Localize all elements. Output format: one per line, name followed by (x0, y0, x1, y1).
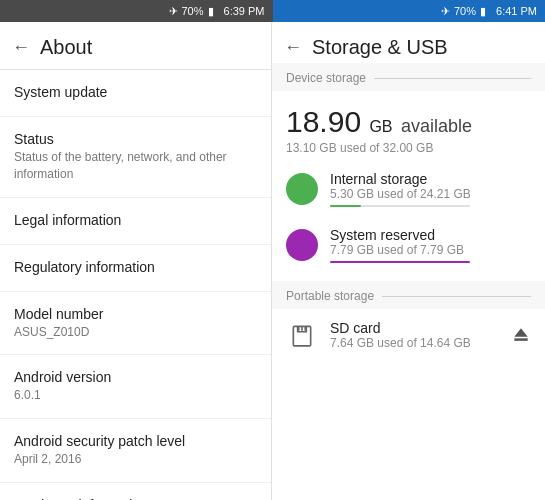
internal-storage-bar (330, 205, 470, 207)
storage-title: Storage & USB (312, 36, 448, 59)
sd-card-item[interactable]: SD card 7.64 GB used of 14.64 GB (272, 309, 545, 361)
time-left: 6:39 PM (224, 5, 265, 17)
storage-header: ← Storage & USB (272, 22, 545, 63)
about-panel: ← About System update Status Status of t… (0, 22, 272, 500)
svg-marker-4 (514, 328, 527, 336)
system-reserved-info: System reserved 7.79 GB used of 7.79 GB (330, 227, 470, 263)
right-status-bar: ✈ 70% ▮ 6:41 PM (273, 0, 546, 22)
menu-item-model-number[interactable]: Model number ASUS_Z010D (0, 292, 271, 356)
sd-card-icon (286, 319, 318, 351)
internal-storage-bar-fill (330, 205, 361, 207)
storage-available-block: 18.90 GB available 13.10 GB used of 32.0… (272, 91, 545, 161)
about-header: ← About (0, 22, 271, 70)
internal-storage-dot (286, 173, 318, 205)
menu-item-security-patch[interactable]: Android security patch level April 2, 20… (0, 419, 271, 483)
left-status-bar: ✈ 70% ▮ 6:39 PM (0, 0, 273, 22)
portable-storage-label: Portable storage (286, 289, 374, 303)
airplane-icon-right: ✈ (441, 5, 450, 18)
battery-pct-left: 70% (182, 5, 204, 17)
sd-card-detail: 7.64 GB used of 14.64 GB (330, 336, 511, 350)
menu-item-android-version[interactable]: Android version 6.0.1 (0, 355, 271, 419)
device-storage-label: Device storage (286, 71, 366, 85)
system-reserved-item[interactable]: System reserved 7.79 GB used of 7.79 GB (272, 217, 545, 273)
internal-storage-name: Internal storage (330, 171, 471, 187)
system-reserved-dot (286, 229, 318, 261)
back-button-right[interactable]: ← (284, 37, 302, 58)
system-reserved-bar (330, 261, 470, 263)
device-storage-section: Device storage (272, 63, 545, 91)
system-reserved-detail: 7.79 GB used of 7.79 GB (330, 243, 470, 257)
back-button-left[interactable]: ← (12, 37, 30, 58)
airplane-icon-left: ✈ (169, 5, 178, 18)
battery-icon-left: ▮ (208, 5, 214, 18)
divider-line-device (374, 78, 531, 79)
storage-gb-value: 18.90 GB available (286, 105, 531, 139)
storage-used-label: 13.10 GB used of 32.00 GB (286, 141, 531, 155)
menu-item-system-update[interactable]: System update (0, 70, 271, 117)
eject-icon[interactable] (511, 325, 531, 345)
menu-item-status[interactable]: Status Status of the battery, network, a… (0, 117, 271, 198)
menu-item-hardware[interactable]: Hardware information Wi-fi, bluetooth, f… (0, 483, 271, 500)
system-reserved-bar-fill (330, 261, 470, 263)
system-reserved-name: System reserved (330, 227, 470, 243)
menu-item-legal[interactable]: Legal information (0, 198, 271, 245)
internal-storage-item[interactable]: Internal storage 5.30 GB used of 24.21 G… (272, 161, 545, 217)
sd-card-name: SD card (330, 320, 511, 336)
portable-storage-section: Portable storage (272, 281, 545, 309)
menu-item-regulatory[interactable]: Regulatory information (0, 245, 271, 292)
divider-line-portable (382, 296, 531, 297)
battery-pct-right: 70% (454, 5, 476, 17)
storage-panel: ← Storage & USB Device storage 18.90 GB … (272, 22, 545, 500)
battery-icon-right: ▮ (480, 5, 486, 18)
internal-storage-detail: 5.30 GB used of 24.21 GB (330, 187, 471, 201)
internal-storage-info: Internal storage 5.30 GB used of 24.21 G… (330, 171, 471, 207)
sd-card-info: SD card 7.64 GB used of 14.64 GB (330, 320, 511, 350)
about-title: About (40, 36, 92, 59)
time-right: 6:41 PM (496, 5, 537, 17)
status-bars: ✈ 70% ▮ 6:39 PM ✈ 70% ▮ 6:41 PM (0, 0, 545, 22)
svg-rect-5 (514, 338, 527, 341)
